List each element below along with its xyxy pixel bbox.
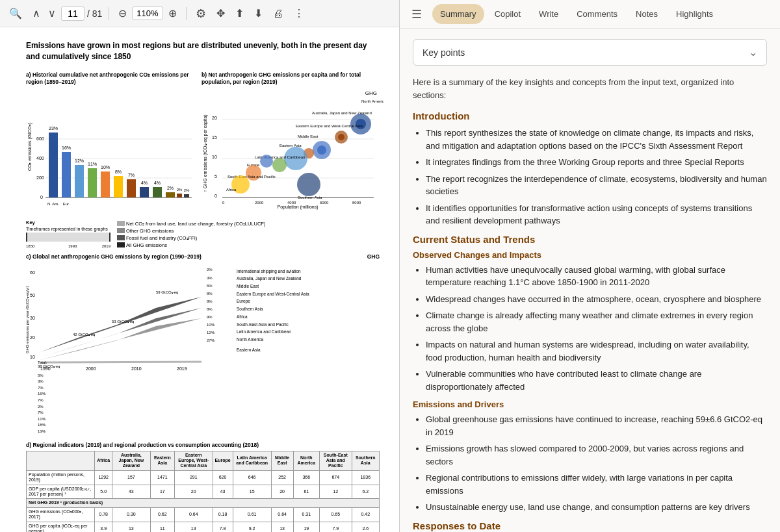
hamburger-button[interactable]: ☰ — [409, 5, 424, 24]
svg-rect-24 — [127, 179, 136, 197]
svg-text:8%: 8% — [207, 299, 213, 303]
pct-row-1990: 5%3%7%16%7% 2%7%11%18%13% — [26, 373, 380, 435]
svg-text:20: 20 — [212, 116, 217, 120]
svg-text:30: 30 — [30, 316, 35, 320]
print-button[interactable]: 🖨 — [270, 6, 286, 21]
tab-highlights[interactable]: Highlights — [668, 4, 721, 24]
legend-middle-east: Middle East — [237, 283, 309, 290]
search-button[interactable]: 🔍 — [6, 6, 25, 21]
tab-notes[interactable]: Notes — [628, 4, 666, 24]
legend-east-europe: Eastern Europe and West-Central Asia — [237, 290, 309, 298]
svg-text:12%: 12% — [75, 158, 84, 163]
svg-point-62 — [272, 158, 287, 172]
legend-item-3: Fossil fuel and industry (CO₂FFI) — [117, 235, 380, 241]
svg-text:2%: 2% — [207, 268, 213, 272]
row-label-ghg-header: Net GHG 2019 ¹ (production basis) — [27, 499, 380, 507]
svg-point-64 — [260, 155, 273, 168]
key-points-dropdown[interactable]: Key points ⌄ — [413, 39, 767, 66]
svg-text:2019: 2019 — [177, 366, 187, 371]
subsection-observed-heading: Observed Changes and Impacts — [413, 250, 767, 260]
zoom-out-icon: ⊖ — [118, 7, 127, 19]
svg-text:0: 0 — [214, 194, 217, 198]
svg-text:50: 50 — [30, 293, 35, 298]
svg-text:60: 60 — [30, 270, 35, 275]
table-row: Net GHG 2019 ¹ (production basis) — [27, 499, 380, 507]
col-header-indicator — [27, 451, 95, 470]
move-icon: ✥ — [216, 7, 225, 19]
svg-text:15: 15 — [212, 135, 217, 140]
zoom-out-button[interactable]: ⊖ — [116, 6, 129, 21]
chart-c-svg: 60 50 30 20 10 GHG emissions per year (G… — [26, 261, 234, 372]
svg-rect-28 — [153, 187, 162, 197]
svg-text:GHG emissions per year (GtCO₂-: GHG emissions per year (GtCO₂-eq/yr) — [26, 286, 29, 353]
svg-rect-16 — [75, 165, 84, 197]
table-header-row: Africa Australia, Japan, New Zealand Eas… — [27, 451, 380, 470]
chart-a-box: a) Historical cumulative net anthropogen… — [26, 71, 195, 213]
dropdown-arrow-icon: ⌄ — [749, 46, 757, 58]
upload-button[interactable]: ⬆ — [233, 6, 246, 21]
col-header-southern: Southern Asia — [352, 451, 380, 470]
svg-text:2000: 2000 — [86, 366, 96, 371]
svg-text:8%: 8% — [207, 307, 213, 311]
svg-rect-13 — [62, 152, 71, 197]
col-header-africa: Africa — [95, 451, 112, 470]
legend-items: Net CO₂ from land use, land use change, … — [117, 221, 380, 248]
svg-text:4000: 4000 — [287, 201, 296, 205]
chart-d-title: d) Regional indicators (2019) and region… — [26, 442, 380, 448]
pdf-page-title: Emissions have grown in most regions but… — [26, 40, 380, 62]
prev-page-button[interactable]: ∧ — [30, 6, 43, 21]
zoom-in-icon: ⊕ — [168, 7, 177, 19]
tab-write[interactable]: Write — [531, 4, 566, 24]
row-label-ghg-total: GHG emissions (CO₂000₂, 2017) — [27, 507, 95, 522]
key-title: Key — [26, 220, 110, 225]
legend-africa: Africa — [237, 313, 309, 321]
zoom-in-button[interactable]: ⊕ — [166, 6, 179, 21]
legend-color-3 — [117, 235, 125, 240]
list-item: The report recognizes the interdependenc… — [426, 173, 767, 198]
timeline-bar: 1850 1990 2019 — [26, 233, 110, 242]
svg-text:Eastern Asia: Eastern Asia — [280, 144, 302, 147]
legend-item-4: All GHG emissions — [117, 242, 380, 248]
svg-text:CO₂ emissions (GtCO₂): CO₂ emissions (GtCO₂) — [27, 123, 32, 171]
tools-button[interactable]: ⚙ — [193, 5, 209, 22]
svg-text:9%: 9% — [207, 315, 213, 319]
svg-text:2%: 2% — [184, 188, 190, 192]
legend-label-2: Other GHG emissions — [126, 228, 174, 234]
svg-text:1990: 1990 — [40, 366, 51, 371]
table-row: GHG per capita (tCO₂-eq per person) 3.91… — [27, 522, 380, 532]
separator-1 — [109, 7, 109, 20]
svg-text:2010: 2010 — [131, 366, 142, 371]
tab-copilot[interactable]: Copilot — [487, 4, 528, 24]
download-button[interactable]: ⬇ — [252, 6, 265, 21]
page-input[interactable] — [61, 6, 84, 21]
legend-item-2: Other GHG emissions — [117, 228, 380, 234]
summary-intro: Here is a summary of the key insights an… — [413, 76, 767, 101]
table-row: GDP per capita (USD2000₂₀₁₇, 2017 per pe… — [27, 485, 380, 499]
legend-eastern-asia: Eastern Asia — [237, 346, 309, 354]
subsection-observed-bullets: Human activities have unequivocally caus… — [413, 264, 767, 394]
svg-rect-26 — [140, 187, 149, 197]
svg-text:20: 20 — [30, 335, 35, 340]
search-icon: 🔍 — [9, 7, 22, 19]
chart-c-legend: International shipping and aviation Aust… — [237, 261, 309, 372]
legend-label-3: Fossil fuel and industry (CO₂FFI) — [126, 235, 197, 241]
print-icon: 🖨 — [273, 8, 283, 19]
chart-b-label: b) Net anthropogenic GHG emissions per c… — [202, 71, 384, 86]
svg-text:53 GtCO₂-eq: 53 GtCO₂-eq — [112, 320, 134, 323]
more-button[interactable]: ⋮ — [291, 6, 307, 21]
tab-summary[interactable]: Summary — [432, 4, 484, 24]
col-header-aus: Australia, Japan, New Zealand — [112, 451, 151, 470]
right-toolbar: ☰ Summary Copilot Write Comments Notes H… — [400, 0, 780, 29]
svg-text:GHG: GHG — [365, 90, 377, 96]
next-page-button[interactable]: ∨ — [46, 6, 58, 21]
svg-text:Eastern Europe and West-Centra: Eastern Europe and West-Central Asia — [296, 124, 363, 128]
legend-north-america: North America — [237, 336, 309, 344]
move-button[interactable]: ✥ — [214, 6, 228, 21]
legend-label-4: All GHG emissions — [126, 242, 167, 248]
row-label-pop: Population (million persons, 2019) — [27, 470, 95, 485]
svg-text:27%: 27% — [207, 338, 215, 342]
col-header-europe: Europe — [213, 451, 233, 470]
tab-comments[interactable]: Comments — [569, 4, 625, 24]
right-content: Key points ⌄ Here is a summary of the ke… — [400, 29, 780, 532]
svg-text:Australia, Japan and New Zeala: Australia, Japan and New Zealand — [312, 111, 372, 115]
